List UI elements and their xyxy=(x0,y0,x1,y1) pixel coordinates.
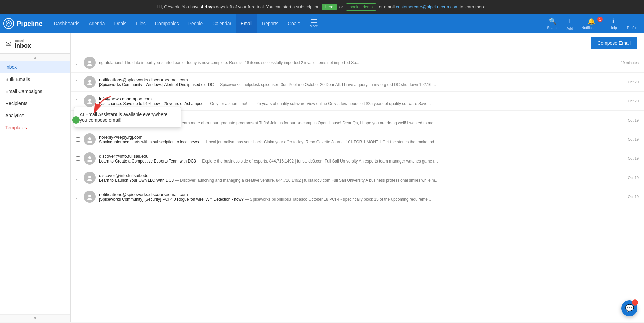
nav-goals[interactable]: Goals xyxy=(283,14,305,33)
nav-companies[interactable]: Companies xyxy=(150,14,184,33)
nav-email[interactable]: Email xyxy=(236,14,257,33)
help-nav-item[interactable]: ℹ Help xyxy=(606,16,620,31)
support-email-link[interactable]: customercare@pipelinecrm.com xyxy=(396,4,459,9)
nav-more[interactable]: More xyxy=(305,14,323,33)
sidebar-scroll-up[interactable]: ▲ xyxy=(0,54,70,61)
add-nav-item[interactable]: + Add xyxy=(563,15,577,32)
table-row[interactable]: notifications@spiceworks.discourseemail.… xyxy=(71,187,644,206)
email-from: notifications@spiceworks.discourseemail.… xyxy=(99,77,625,82)
email-checkbox[interactable] xyxy=(76,80,80,84)
sidebar: ✉ Email Inbox ▲ Inbox Bulk Emails Email … xyxy=(0,33,71,322)
sidebar-header-text: Email Inbox xyxy=(15,38,31,49)
svg-point-3 xyxy=(88,80,91,83)
email-date: Oct 19 xyxy=(628,195,639,199)
email-body: ngratulations! The data import you start… xyxy=(99,60,617,65)
sidebar-item-analytics[interactable]: Analytics xyxy=(0,109,70,122)
nav-calendar[interactable]: Calendar xyxy=(208,14,236,33)
sidebar-item-recipients[interactable]: Recipients xyxy=(0,97,70,109)
nav-deals[interactable]: Deals xyxy=(109,14,131,33)
email-preview: — Only for a short time! 25 years of qua… xyxy=(205,101,431,106)
sidebar-item-email-campaigns[interactable]: Email Campaigns xyxy=(0,85,70,97)
banner-text-pre: Hi, QAwerk. You have xyxy=(157,4,201,9)
email-subject: Staying informed starts with a subscript… xyxy=(99,140,200,144)
table-row[interactable]: discover@info.fullsail.edu Learn to Crea… xyxy=(71,149,644,168)
chat-bubble-button[interactable]: 💬 1 xyxy=(621,300,637,316)
sidebar-header: ✉ Email Inbox xyxy=(0,33,70,54)
email-subject: Learn to Create a Competitive Esports Te… xyxy=(99,159,196,164)
add-label: Add xyxy=(567,26,573,30)
table-row[interactable]: ngratulations! The data import you start… xyxy=(71,53,644,73)
table-row[interactable]: noreply@reply.rgj.com Staying informed s… xyxy=(71,130,644,149)
here-button[interactable]: here xyxy=(322,4,337,10)
profile-icon: 👤 xyxy=(628,17,636,25)
banner-text-end: to learn more. xyxy=(460,4,487,9)
more-label: More xyxy=(310,24,318,28)
email-checkbox[interactable] xyxy=(76,61,80,65)
email-checkbox[interactable] xyxy=(76,176,80,180)
notifications-nav-item[interactable]: 🔔 1 Notifications xyxy=(578,16,605,31)
notifications-label: Notifications xyxy=(581,26,601,30)
svg-point-9 xyxy=(88,137,91,140)
trial-banner: Hi, QAwerk. You have 4 days days left of… xyxy=(0,0,644,14)
notification-badge: 1 xyxy=(597,17,603,22)
email-subject-preview: Learn to Create a Competitive Esports Te… xyxy=(99,159,625,164)
email-date: Oct 19 xyxy=(628,137,639,141)
email-checkbox[interactable] xyxy=(76,99,80,103)
email-checkbox[interactable] xyxy=(76,156,80,161)
chat-badge: 1 xyxy=(632,299,638,306)
svg-point-12 xyxy=(87,160,92,162)
avatar xyxy=(84,57,96,69)
ai-tooltip-text: AI Email Assistant is available everywhe… xyxy=(80,112,167,123)
avatar xyxy=(84,76,96,88)
nav-dashboards[interactable]: Dashboards xyxy=(49,14,84,33)
sidebar-item-templates[interactable]: Templates xyxy=(0,122,70,134)
svg-point-14 xyxy=(87,179,92,181)
email-subject: Learn to Launch Your Own LLC With DC3 xyxy=(99,178,174,183)
email-checkbox[interactable] xyxy=(76,137,80,142)
banner-or: or xyxy=(339,4,344,9)
sidebar-header-sub: Email xyxy=(15,38,31,42)
main-content: Compose Email ngratulations! The data im… xyxy=(71,33,644,322)
inbox-header: Compose Email xyxy=(71,33,644,53)
nav-right: 🔍 Search + Add 🔔 1 Notifications ℹ Help … xyxy=(542,15,641,32)
sidebar-scroll-down[interactable]: ▼ xyxy=(0,314,70,322)
nav-files[interactable]: Files xyxy=(131,14,150,33)
logo[interactable]: Pipeline xyxy=(3,18,43,29)
nav-reports[interactable]: Reports xyxy=(257,14,283,33)
nav-people[interactable]: People xyxy=(184,14,208,33)
email-checkbox[interactable] xyxy=(76,195,80,199)
hamburger-icon xyxy=(311,19,317,23)
sidebar-item-bulk-emails[interactable]: Bulk Emails xyxy=(0,73,70,85)
email-body: notifications@spiceworks.discourseemail.… xyxy=(99,77,625,87)
logo-icon xyxy=(3,18,14,29)
table-row[interactable]: notifications@spiceworks.discourseemail.… xyxy=(71,73,644,92)
email-date: Oct 19 xyxy=(628,118,639,122)
email-subject-preview: Staying informed starts with a subscript… xyxy=(99,140,625,144)
avatar xyxy=(84,133,96,145)
banner-text-mid: days left of your free trial. You can st… xyxy=(216,4,320,9)
search-nav-item[interactable]: 🔍 Search xyxy=(544,16,562,31)
sidebar-item-inbox[interactable]: Inbox xyxy=(0,61,70,73)
book-demo-button[interactable]: book a demo xyxy=(346,3,376,11)
banner-text-post: or email xyxy=(379,4,396,9)
email-preview: — Spiceworks ithelpdesk spiceuser-r3qn P… xyxy=(215,82,436,87)
email-body: notifications@spiceworks.discourseemail.… xyxy=(99,192,625,202)
search-label: Search xyxy=(547,26,559,30)
nav-divider-2 xyxy=(622,18,622,29)
nav-agenda[interactable]: Agenda xyxy=(84,14,109,33)
add-icon: + xyxy=(568,17,572,26)
svg-point-1 xyxy=(88,61,91,63)
svg-point-4 xyxy=(87,83,92,85)
table-row[interactable]: discover@info.fullsail.edu Learn to Laun… xyxy=(71,168,644,187)
avatar xyxy=(84,191,96,203)
compose-email-button[interactable]: Compose Email xyxy=(591,37,637,49)
email-preview: — Learn more about our graduate programs… xyxy=(174,121,437,125)
svg-point-10 xyxy=(87,141,92,143)
help-label: Help xyxy=(609,26,617,30)
logo-text: Pipeline xyxy=(17,20,43,28)
bell-icon: 🔔 xyxy=(588,17,595,25)
email-body: info@news.ashampoo.com Last chance: Save… xyxy=(99,96,625,106)
profile-nav-item[interactable]: 👤 Profile xyxy=(624,16,641,31)
email-body: discover@info.fullsail.edu Learn to Laun… xyxy=(99,173,625,183)
svg-point-2 xyxy=(87,64,92,66)
